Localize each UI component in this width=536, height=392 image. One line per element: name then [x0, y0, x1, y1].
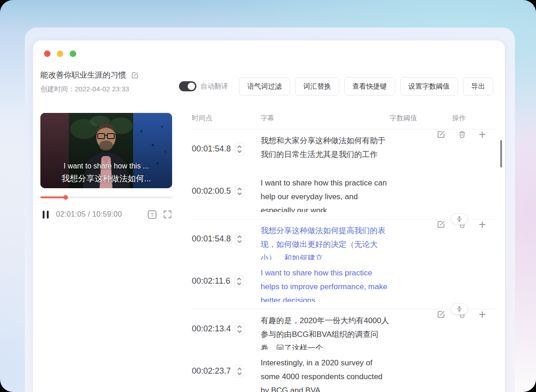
- pause-icon[interactable]: [43, 211, 49, 218]
- timestamp: 00:02:23.7: [192, 366, 231, 376]
- header: 能改善你职业生涯的习惯 创建时间：2022-04-02 23:33: [40, 70, 139, 94]
- subtitle-text-cn[interactable]: 我想和大家分享这种做法如何有助于我们的日常生活尤其是我们的工作: [261, 134, 390, 170]
- timestamp: 00:02:13.4: [192, 324, 231, 334]
- subtitle-pair-row: 00:01:54.8 我想和大家分享这种做法如何有助于我们的日常生活尤其是我们的…: [192, 129, 496, 219]
- subtitle-toggle-icon[interactable]: T: [147, 210, 157, 219]
- subtitle-text-en[interactable]: Interestingly, in a 2020 survey of some …: [261, 356, 390, 392]
- vocab-replace-button[interactable]: 词汇替换: [295, 77, 339, 95]
- video-subtitle-cn: 我想分享这种做法如何...: [40, 172, 172, 185]
- subtitle-pair-row-active: 00:01:54.8 我想分享这种做法如何提高我们的表现，如何做出更好的决定（无…: [192, 219, 496, 309]
- col-header-subtitle: 字幕: [261, 114, 274, 123]
- project-title: 能改善你职业生涯的习惯: [40, 70, 126, 80]
- time-stepper[interactable]: [234, 275, 244, 288]
- subtitle-text-cn[interactable]: 有趣的是，2020年一份大约有4000人参与的由BCG和BVA组织的调查问卷，问…: [261, 314, 390, 350]
- subtitle-table: 时间点 字幕 字数阈值 操作 00:01:54.8: [192, 114, 496, 392]
- col-header-actions: 操作: [452, 114, 466, 123]
- progress-fill: [40, 196, 66, 198]
- progress-knob[interactable]: [63, 195, 68, 200]
- subtitle-text-en[interactable]: I want to share how this practice helps …: [261, 266, 390, 302]
- table-header: 时间点 字幕 字数阈值 操作: [192, 114, 496, 129]
- timestamp: 00:01:54.8: [192, 234, 231, 244]
- subtitle-text-en[interactable]: I want to share how this practice can he…: [261, 176, 390, 212]
- add-row-icon[interactable]: +: [477, 129, 487, 140]
- edit-title-icon[interactable]: [131, 71, 139, 79]
- time-stepper[interactable]: [235, 365, 244, 378]
- toggle-knob: [188, 83, 195, 90]
- subtitle-text-cn[interactable]: 我想分享这种做法如何提高我们的表现，如何做出更好的决定（无论大小），和如何建立: [261, 224, 390, 260]
- video-subtitles: I want to share how this ... 我想分享这种做法如何.…: [40, 160, 172, 185]
- video-subtitle-en: I want to share how this ...: [40, 160, 172, 172]
- auto-translate-label: 自动翻译: [201, 82, 228, 91]
- fullscreen-icon[interactable]: [163, 210, 172, 219]
- time-stepper[interactable]: [235, 185, 244, 198]
- table-scrollbar[interactable]: [500, 140, 502, 168]
- created-time: 创建时间：2022-04-02 23:33: [40, 85, 139, 94]
- export-button[interactable]: 导出: [463, 77, 493, 95]
- edit-row-icon[interactable]: [436, 309, 446, 319]
- view-shortcuts-button[interactable]: 查看快捷键: [344, 77, 395, 95]
- time-stepper[interactable]: [235, 233, 244, 246]
- set-word-threshold-button[interactable]: 设置字数阈值: [400, 77, 458, 95]
- col-header-time: 时间点: [192, 114, 212, 123]
- player-controls: 02:01:05 / 10:59:00 T: [40, 207, 172, 221]
- app-window: 能改善你职业生涯的习惯 创建时间：2022-04-02 23:33 自动翻译 语…: [0, 0, 536, 392]
- table-body: 00:01:54.8 我想和大家分享这种做法如何有助于我们的日常生活尤其是我们的…: [192, 129, 496, 392]
- auto-translate-toggle[interactable]: [179, 81, 196, 91]
- window-controls: [44, 50, 76, 57]
- filler-word-filter-button[interactable]: 语气词过滤: [239, 77, 290, 95]
- time-stepper[interactable]: [235, 323, 244, 336]
- video-preview[interactable]: I want to share how this ... 我想分享这种做法如何.…: [40, 113, 172, 188]
- zoom-window-button[interactable]: [70, 50, 76, 57]
- edit-row-icon[interactable]: [436, 219, 446, 230]
- playback-time: 02:01:05 / 10:59:00: [56, 210, 122, 218]
- close-window-button[interactable]: [44, 50, 50, 57]
- timestamp: 00:02:11.6: [192, 276, 230, 286]
- add-row-icon[interactable]: +: [477, 219, 487, 230]
- minimize-window-button[interactable]: [57, 50, 63, 57]
- toolbar: 自动翻译 语气词过滤 词汇替换 查看快捷键 设置字数阈值 导出: [179, 77, 493, 95]
- merge-rows-button[interactable]: [451, 303, 468, 314]
- main-card: 能改善你职业生涯的习惯 创建时间：2022-04-02 23:33 自动翻译 语…: [33, 40, 505, 392]
- svg-text:T: T: [151, 212, 154, 217]
- col-header-threshold: 字数阈值: [390, 114, 417, 123]
- timestamp: 00:02:00.5: [192, 186, 231, 196]
- seek-bar[interactable]: [40, 196, 172, 198]
- add-row-icon[interactable]: +: [477, 309, 487, 319]
- time-stepper[interactable]: [235, 143, 244, 156]
- merge-rows-button[interactable]: [451, 213, 468, 224]
- delete-row-icon[interactable]: [457, 129, 467, 140]
- subtitle-pair-row: 00:02:13.4 有趣的是，2020年一份大约有4000人参与的由BCG和B…: [192, 309, 496, 392]
- edit-row-icon[interactable]: [436, 129, 446, 140]
- timestamp: 00:01:54.8: [192, 144, 231, 154]
